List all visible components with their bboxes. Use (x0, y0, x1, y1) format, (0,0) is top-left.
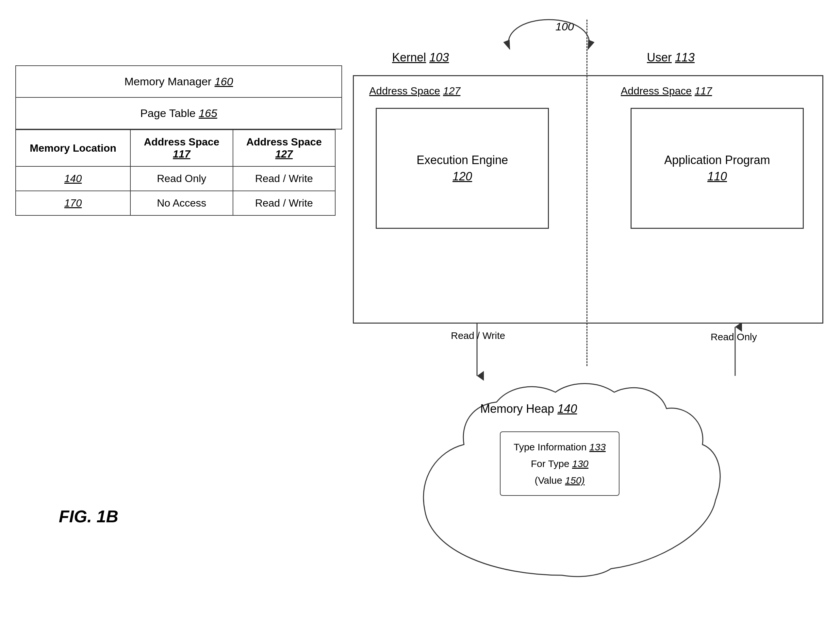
page-table: Memory Location Address Space 117 Addres… (15, 129, 335, 216)
addr-space-127-label: Address Space 127 (369, 85, 460, 97)
page-table-header: Page Table 165 (15, 97, 342, 129)
memory-manager-header: Memory Manager 160 (15, 65, 342, 97)
execution-engine-box: Execution Engine 120 (376, 108, 549, 229)
row1-addr127: Read / Write (233, 167, 335, 191)
application-program-box: Application Program 110 (631, 108, 804, 229)
row2-location: 170 (16, 191, 130, 215)
figure-label: FIG. 1B (59, 507, 118, 526)
row2-addr127: Read / Write (233, 191, 335, 215)
user-label: User 113 (647, 51, 695, 64)
top-arrows-svg (483, 13, 614, 59)
col-memory-location: Memory Location (16, 130, 130, 167)
read-only-arrow-label: Read Only (711, 330, 757, 344)
memory-heap-label: Memory Heap 140 (480, 402, 577, 416)
left-table-section: Memory Manager 160 Page Table 165 Memory… (15, 65, 342, 216)
col-addr-117: Address Space 117 (130, 130, 233, 167)
addr-space-117-label: Address Space 117 (621, 85, 712, 97)
col-addr-127: Address Space 127 (233, 130, 335, 167)
row1-location: 140 (16, 167, 130, 191)
type-info-box: Type Information 133 For Type 130 (Value… (500, 432, 619, 496)
read-write-arrow-label: Read / Write (451, 330, 505, 341)
row1-addr117: Read Only (130, 167, 233, 191)
row2-addr117: No Access (130, 191, 233, 215)
table-row-1: 140 Read Only Read / Write (16, 167, 335, 191)
kernel-label: Kernel 103 (392, 51, 449, 64)
table-row-2: 170 No Access Read / Write (16, 191, 335, 215)
